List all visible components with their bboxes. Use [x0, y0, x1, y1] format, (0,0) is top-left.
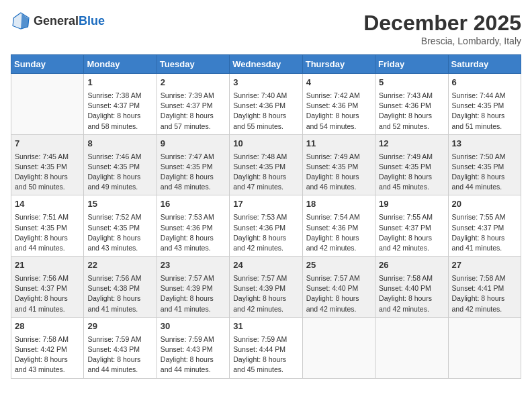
calendar-cell: 18Sunrise: 7:54 AM Sunset: 4:36 PM Dayli…	[302, 195, 375, 257]
day-number: 28	[15, 320, 80, 333]
day-number: 9	[161, 138, 226, 150]
day-info: Sunrise: 7:39 AM Sunset: 4:37 PM Dayligh…	[161, 91, 226, 132]
calendar-table: SundayMondayTuesdayWednesdayThursdayFrid…	[11, 54, 521, 379]
day-number: 26	[379, 259, 444, 272]
day-info: Sunrise: 7:55 AM Sunset: 4:37 PM Dayligh…	[379, 212, 444, 253]
day-info: Sunrise: 7:57 AM Sunset: 4:39 PM Dayligh…	[233, 273, 298, 314]
calendar-cell: 4Sunrise: 7:42 AM Sunset: 4:36 PM Daylig…	[302, 74, 375, 135]
day-number: 25	[306, 259, 371, 272]
day-number: 19	[379, 198, 444, 211]
day-number: 27	[452, 259, 517, 272]
day-number: 10	[233, 138, 298, 150]
calendar-cell: 12Sunrise: 7:49 AM Sunset: 4:35 PM Dayli…	[375, 134, 448, 195]
calendar-cell	[375, 317, 448, 378]
calendar-cell: 1Sunrise: 7:38 AM Sunset: 4:37 PM Daylig…	[84, 74, 157, 135]
day-number: 18	[306, 198, 371, 211]
day-number: 22	[87, 259, 152, 272]
calendar-cell: 23Sunrise: 7:57 AM Sunset: 4:39 PM Dayli…	[157, 257, 229, 318]
calendar-cell: 21Sunrise: 7:56 AM Sunset: 4:37 PM Dayli…	[11, 257, 84, 318]
day-info: Sunrise: 7:50 AM Sunset: 4:35 PM Dayligh…	[452, 152, 517, 193]
week-row-4: 21Sunrise: 7:56 AM Sunset: 4:37 PM Dayli…	[11, 257, 521, 318]
calendar-cell: 14Sunrise: 7:51 AM Sunset: 4:35 PM Dayli…	[11, 195, 84, 257]
logo-blue: Blue	[79, 14, 105, 28]
day-info: Sunrise: 7:58 AM Sunset: 4:41 PM Dayligh…	[452, 273, 517, 314]
calendar-cell: 28Sunrise: 7:58 AM Sunset: 4:42 PM Dayli…	[11, 317, 84, 378]
calendar-cell: 9Sunrise: 7:47 AM Sunset: 4:35 PM Daylig…	[157, 134, 229, 195]
day-number: 24	[233, 259, 298, 272]
calendar-cell: 17Sunrise: 7:53 AM Sunset: 4:36 PM Dayli…	[230, 195, 302, 257]
day-header-tuesday: Tuesday	[157, 55, 229, 74]
location-subtitle: Brescia, Lombardy, Italy	[363, 36, 521, 46]
day-number: 8	[87, 138, 152, 150]
day-info: Sunrise: 7:57 AM Sunset: 4:40 PM Dayligh…	[306, 273, 371, 314]
day-number: 31	[233, 320, 298, 333]
day-header-wednesday: Wednesday	[230, 55, 302, 74]
calendar-cell: 19Sunrise: 7:55 AM Sunset: 4:37 PM Dayli…	[375, 195, 448, 257]
day-info: Sunrise: 7:53 AM Sunset: 4:36 PM Dayligh…	[161, 212, 226, 253]
calendar-cell: 29Sunrise: 7:59 AM Sunset: 4:43 PM Dayli…	[84, 317, 157, 378]
day-info: Sunrise: 7:44 AM Sunset: 4:35 PM Dayligh…	[452, 91, 517, 132]
day-header-saturday: Saturday	[448, 55, 521, 74]
day-info: Sunrise: 7:53 AM Sunset: 4:36 PM Dayligh…	[233, 212, 298, 253]
logo-icon	[11, 11, 31, 31]
day-number: 30	[161, 320, 226, 333]
day-number: 14	[15, 198, 80, 211]
day-header-sunday: Sunday	[11, 55, 84, 74]
day-number: 2	[161, 77, 226, 89]
day-info: Sunrise: 7:51 AM Sunset: 4:35 PM Dayligh…	[15, 212, 80, 253]
day-info: Sunrise: 7:49 AM Sunset: 4:35 PM Dayligh…	[379, 152, 444, 193]
calendar-cell: 27Sunrise: 7:58 AM Sunset: 4:41 PM Dayli…	[448, 257, 521, 318]
calendar-cell: 11Sunrise: 7:49 AM Sunset: 4:35 PM Dayli…	[302, 134, 375, 195]
logo-general: General	[34, 14, 79, 28]
day-info: Sunrise: 7:59 AM Sunset: 4:43 PM Dayligh…	[161, 334, 226, 375]
day-info: Sunrise: 7:48 AM Sunset: 4:35 PM Dayligh…	[233, 152, 298, 193]
day-number: 5	[379, 77, 444, 89]
day-info: Sunrise: 7:42 AM Sunset: 4:36 PM Dayligh…	[306, 91, 371, 132]
calendar-cell: 16Sunrise: 7:53 AM Sunset: 4:36 PM Dayli…	[157, 195, 229, 257]
day-number: 12	[379, 138, 444, 150]
day-info: Sunrise: 7:57 AM Sunset: 4:39 PM Dayligh…	[161, 273, 226, 314]
day-number: 20	[452, 198, 517, 211]
day-info: Sunrise: 7:38 AM Sunset: 4:37 PM Dayligh…	[87, 91, 152, 132]
week-row-2: 7Sunrise: 7:45 AM Sunset: 4:35 PM Daylig…	[11, 134, 521, 195]
day-header-friday: Friday	[375, 55, 448, 74]
calendar-cell: 5Sunrise: 7:43 AM Sunset: 4:36 PM Daylig…	[375, 74, 448, 135]
day-number: 7	[15, 138, 80, 150]
day-info: Sunrise: 7:56 AM Sunset: 4:37 PM Dayligh…	[15, 273, 80, 314]
day-number: 4	[306, 77, 371, 89]
calendar-cell: 30Sunrise: 7:59 AM Sunset: 4:43 PM Dayli…	[157, 317, 229, 378]
day-info: Sunrise: 7:47 AM Sunset: 4:35 PM Dayligh…	[161, 152, 226, 193]
day-number: 16	[161, 198, 226, 211]
calendar-cell	[448, 317, 521, 378]
day-number: 11	[306, 138, 371, 150]
month-title: December 2025	[363, 11, 521, 36]
day-info: Sunrise: 7:59 AM Sunset: 4:44 PM Dayligh…	[233, 334, 298, 375]
calendar-cell: 2Sunrise: 7:39 AM Sunset: 4:37 PM Daylig…	[157, 74, 229, 135]
day-info: Sunrise: 7:40 AM Sunset: 4:36 PM Dayligh…	[233, 91, 298, 132]
day-number: 6	[452, 77, 517, 89]
calendar-cell: 31Sunrise: 7:59 AM Sunset: 4:44 PM Dayli…	[230, 317, 302, 378]
calendar-cell	[11, 74, 84, 135]
day-number: 17	[233, 198, 298, 211]
calendar-cell: 26Sunrise: 7:58 AM Sunset: 4:40 PM Dayli…	[375, 257, 448, 318]
day-header-thursday: Thursday	[302, 55, 375, 74]
day-info: Sunrise: 7:56 AM Sunset: 4:38 PM Dayligh…	[87, 273, 152, 314]
week-row-3: 14Sunrise: 7:51 AM Sunset: 4:35 PM Dayli…	[11, 195, 521, 257]
calendar-cell: 10Sunrise: 7:48 AM Sunset: 4:35 PM Dayli…	[230, 134, 302, 195]
day-number: 15	[87, 198, 152, 211]
day-number: 21	[15, 259, 80, 272]
logo: General Blue	[11, 11, 105, 31]
day-header-monday: Monday	[84, 55, 157, 74]
calendar-cell: 3Sunrise: 7:40 AM Sunset: 4:36 PM Daylig…	[230, 74, 302, 135]
day-info: Sunrise: 7:55 AM Sunset: 4:37 PM Dayligh…	[452, 212, 517, 253]
day-info: Sunrise: 7:45 AM Sunset: 4:35 PM Dayligh…	[15, 152, 80, 193]
day-number: 23	[161, 259, 226, 272]
calendar-cell: 6Sunrise: 7:44 AM Sunset: 4:35 PM Daylig…	[448, 74, 521, 135]
day-info: Sunrise: 7:58 AM Sunset: 4:42 PM Dayligh…	[15, 334, 80, 375]
day-number: 29	[87, 320, 152, 333]
day-info: Sunrise: 7:43 AM Sunset: 4:36 PM Dayligh…	[379, 91, 444, 132]
calendar-cell: 24Sunrise: 7:57 AM Sunset: 4:39 PM Dayli…	[230, 257, 302, 318]
day-number: 1	[87, 77, 152, 89]
day-info: Sunrise: 7:46 AM Sunset: 4:35 PM Dayligh…	[87, 152, 152, 193]
day-info: Sunrise: 7:54 AM Sunset: 4:36 PM Dayligh…	[306, 212, 371, 253]
